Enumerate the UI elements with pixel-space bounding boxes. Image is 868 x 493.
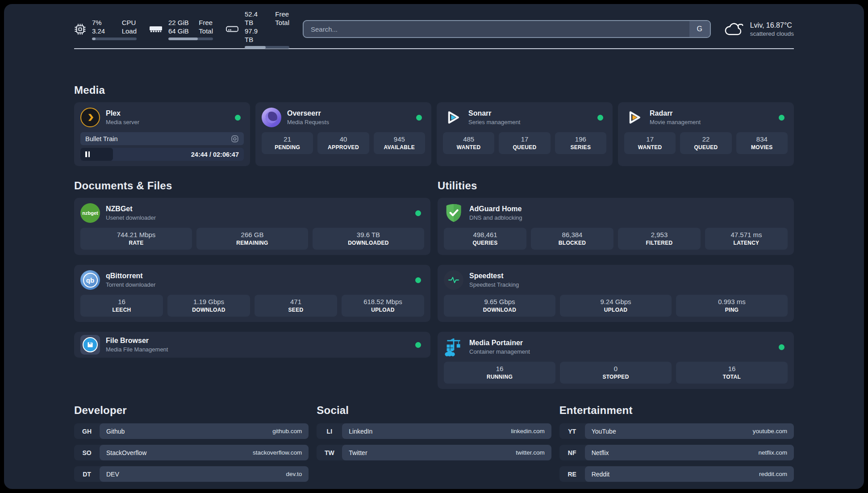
- stat-value: 21: [263, 135, 311, 143]
- app-subtitle: Speedtest Tracking: [469, 281, 519, 288]
- stat-value: 47.571 ms: [707, 231, 786, 238]
- stat-label: BLOCKED: [533, 240, 612, 246]
- qbittorrent-icon: qb: [80, 270, 100, 290]
- link-name: Reddit: [592, 471, 759, 478]
- stat-tile: 0.993 ms PING: [676, 295, 788, 317]
- cast-icon[interactable]: [231, 135, 239, 143]
- stat-label: MOVIES: [738, 144, 786, 150]
- app-card-adguard[interactable]: AdGuard Home DNS and adblocking 498,461 …: [438, 198, 794, 255]
- cpu-icon: [74, 23, 86, 35]
- stat-value: 0.993 ms: [678, 298, 786, 305]
- app-name: File Browser: [106, 337, 168, 345]
- app-subtitle: Series management: [468, 119, 520, 125]
- link-dev[interactable]: DT DEV dev.to: [74, 466, 309, 482]
- link-name: Twitter: [349, 449, 516, 456]
- stat-label: FILTERED: [620, 240, 699, 246]
- app-card-speedtest[interactable]: Speedtest Speedtest Tracking 9.65 Gbps D…: [438, 265, 794, 322]
- stat-label: QUERIES: [446, 240, 525, 246]
- app-name: Speedtest: [469, 272, 519, 280]
- link-twitter[interactable]: TW Twitter twitter.com: [317, 445, 551, 460]
- link-url: linkedin.com: [511, 428, 545, 435]
- section-title-media: Media: [74, 84, 794, 96]
- stat-tile: 17 WANTED: [624, 132, 676, 154]
- stat-tile: 9.24 Gbps UPLOAD: [560, 295, 672, 317]
- section-title-utilities: Utilities: [438, 180, 794, 192]
- section-utilities: Utilities AdGuard Home: [438, 180, 794, 389]
- stat-label: UPLOAD: [343, 307, 422, 313]
- link-reddit[interactable]: RE Reddit reddit.com: [559, 466, 794, 482]
- link-linkedin[interactable]: LI LinkedIn linkedin.com: [317, 423, 551, 439]
- stat-tile: 744.21 Mbps RATE: [80, 228, 192, 250]
- link-name: Netflix: [592, 449, 759, 456]
- status-online-dot: [597, 115, 603, 121]
- status-online-dot: [415, 342, 421, 348]
- link-tag: DT: [74, 466, 100, 482]
- link-github[interactable]: GH Github github.com: [74, 423, 309, 439]
- stat-label: PENDING: [263, 144, 311, 150]
- stat-label: QUEUED: [682, 144, 730, 150]
- stat-tile: 39.6 TB DOWNLOADED: [313, 228, 424, 250]
- stat-tile: 945 AVAILABLE: [374, 132, 425, 154]
- cpu-stat-group: 7% 3.24 CPU Load: [74, 18, 137, 40]
- playback-progress: 24:44 / 02:06:47: [80, 148, 244, 161]
- app-card-plex[interactable]: Plex Media server Bullet Train 24:44 / 0…: [74, 102, 250, 166]
- app-card-sonarr[interactable]: Sonarr Series management 485 WANTED 17 Q…: [437, 102, 613, 166]
- app-card-qbittorrent[interactable]: qb qBittorrent Torrent downloader 16 LEE…: [74, 265, 430, 322]
- stat-value: 22: [682, 135, 730, 143]
- link-tag: LI: [317, 423, 342, 439]
- stat-value: 618.52 Mbps: [343, 298, 422, 305]
- stat-value: 945: [376, 135, 423, 143]
- search-box: G: [303, 20, 711, 38]
- cpu-usage-value: 7%: [92, 18, 105, 27]
- app-subtitle: Usenet downloader: [106, 214, 156, 221]
- disk-progress-bar: [245, 46, 289, 49]
- status-online-dot: [416, 115, 422, 121]
- app-card-nzbget[interactable]: nzbget NZBGet Usenet downloader 744.21 M…: [74, 198, 430, 255]
- disk-progress-fill: [245, 46, 266, 49]
- disk-total-value: 97.9 TB: [245, 27, 266, 44]
- app-card-overseerr[interactable]: Overseerr Media Requests 21 PENDING 40 A…: [255, 102, 431, 166]
- link-youtube[interactable]: YT YouTube youtube.com: [559, 423, 794, 439]
- stat-value: 9.24 Gbps: [562, 298, 670, 305]
- plex-icon: [80, 108, 100, 127]
- stat-tile: 0 STOPPED: [560, 362, 672, 384]
- pause-icon[interactable]: [85, 151, 90, 157]
- disk-stat-group: 52.4 TB 97.9 TB Free Total: [225, 10, 289, 49]
- stat-value: 834: [738, 135, 786, 143]
- link-url: reddit.com: [759, 471, 787, 477]
- link-url: netflix.com: [758, 449, 787, 456]
- app-name: AdGuard Home: [469, 205, 522, 213]
- search-input[interactable]: [303, 20, 711, 38]
- stat-label: QUEUED: [501, 144, 548, 150]
- link-stackoverflow[interactable]: SO StackOverflow stackoverflow.com: [74, 445, 309, 460]
- section-media: Media Plex Media server Bullet Train: [74, 84, 794, 166]
- app-subtitle: DNS and adblocking: [469, 214, 522, 221]
- app-name: Plex: [106, 109, 139, 117]
- stat-label: UPLOAD: [562, 307, 670, 313]
- app-card-portainer[interactable]: Media Portainer Container management 16 …: [438, 332, 794, 389]
- stat-label: APPROVED: [319, 144, 367, 150]
- stat-tile: 196 SERIES: [555, 132, 606, 154]
- stat-label: SERIES: [557, 144, 605, 150]
- stat-value: 17: [626, 135, 674, 143]
- link-url: github.com: [272, 428, 302, 435]
- speedtest-icon: [444, 270, 463, 290]
- ram-free-value: 22 GiB: [168, 18, 189, 27]
- stat-label: DOWNLOAD: [169, 307, 248, 313]
- stat-value: 744.21 Mbps: [82, 231, 190, 238]
- stat-tile: 485 WANTED: [443, 132, 494, 154]
- system-stats: 7% 3.24 CPU Load: [74, 10, 289, 49]
- link-tag: YT: [559, 423, 585, 439]
- link-netflix[interactable]: NF Netflix netflix.com: [559, 445, 794, 460]
- stat-tile: 9.65 Gbps DOWNLOAD: [444, 295, 555, 317]
- app-card-filebrowser[interactable]: File Browser Media File Management: [74, 332, 430, 358]
- status-online-dot: [779, 115, 785, 121]
- app-name: Overseerr: [287, 109, 329, 117]
- section-title-developer: Developer: [74, 404, 309, 417]
- status-online-dot: [235, 115, 241, 121]
- stat-value: 2,953: [620, 231, 699, 238]
- stat-tile: 498,461 QUERIES: [444, 228, 526, 250]
- search-engine-button[interactable]: G: [689, 21, 710, 37]
- app-card-radarr[interactable]: Radarr Movie management 17 WANTED 22 QUE…: [618, 102, 794, 166]
- section-documents: Documents & Files nzbget NZBGet Usenet d…: [74, 180, 430, 389]
